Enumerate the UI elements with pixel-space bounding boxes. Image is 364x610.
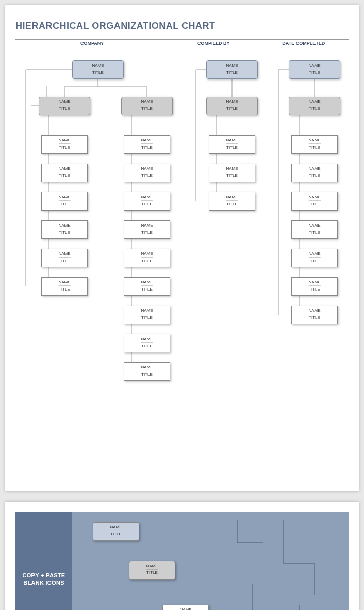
palette-leaf-node[interactable]: NAME––––––––TITLE xyxy=(162,605,209,610)
leaf-node[interactable]: NAME––––––––TITLE xyxy=(41,220,88,239)
top-node[interactable]: NAME––––––––TITLE xyxy=(72,60,124,79)
top-node[interactable]: NAME––––––––TITLE xyxy=(206,60,258,79)
chart-canvas: NAME––––––––TITLENAME––––––––TITLENAME––… xyxy=(15,58,349,471)
palette-panel: COPY + PASTE BLANK ICONS NAME––––––––TIT… xyxy=(15,512,349,610)
page-title: HIERARCHICAL ORGANIZATIONAL CHART xyxy=(15,21,349,31)
header-row: COMPANY COMPILED BY DATE COMPLETED xyxy=(15,39,349,47)
leaf-node[interactable]: NAME––––––––TITLE xyxy=(124,334,170,352)
top-node[interactable]: NAME––––––––TITLE xyxy=(289,60,340,79)
leaf-node[interactable]: NAME––––––––TITLE xyxy=(124,277,170,296)
palette-canvas: NAME––––––––TITLENAME––––––––TITLENAME––… xyxy=(72,512,349,610)
leaf-node[interactable]: NAME––––––––TITLE xyxy=(209,164,255,182)
leaf-node[interactable]: NAME––––––––TITLE xyxy=(124,306,170,324)
leaf-node[interactable]: NAME––––––––TITLE xyxy=(124,192,170,211)
header-company: COMPANY xyxy=(15,41,169,46)
palette-top-node[interactable]: NAME––––––––TITLE xyxy=(93,522,139,541)
leaf-node[interactable]: NAME––––––––TITLE xyxy=(124,249,170,267)
leaf-node[interactable]: NAME––––––––TITLE xyxy=(41,192,88,211)
leaf-node[interactable]: NAME––––––––TITLE xyxy=(124,362,170,381)
leaf-node[interactable]: NAME––––––––TITLE xyxy=(291,306,338,324)
header-date: DATE COMPLETED xyxy=(259,41,349,46)
leaf-node[interactable]: NAME––––––––TITLE xyxy=(124,135,170,154)
manager-node[interactable]: NAME––––––––TITLE xyxy=(289,97,340,115)
leaf-node[interactable]: NAME––––––––TITLE xyxy=(209,192,255,211)
palette-manager-node[interactable]: NAME––––––––TITLE xyxy=(129,561,175,580)
leaf-node[interactable]: NAME––––––––TITLE xyxy=(124,220,170,239)
leaf-node[interactable]: NAME––––––––TITLE xyxy=(291,164,338,182)
leaf-node[interactable]: NAME––––––––TITLE xyxy=(41,249,88,267)
leaf-node[interactable]: NAME––––––––TITLE xyxy=(291,135,338,154)
header-compiled: COMPILED BY xyxy=(169,41,258,46)
manager-node[interactable]: NAME––––––––TITLE xyxy=(206,97,258,115)
manager-node[interactable]: NAME––––––––TITLE xyxy=(121,97,173,115)
leaf-node[interactable]: NAME––––––––TITLE xyxy=(291,192,338,211)
leaf-node[interactable]: NAME––––––––TITLE xyxy=(291,249,338,267)
leaf-node[interactable]: NAME––––––––TITLE xyxy=(41,164,88,182)
leaf-node[interactable]: NAME––––––––TITLE xyxy=(291,220,338,239)
leaf-node[interactable]: NAME––––––––TITLE xyxy=(41,277,88,296)
org-chart-page: HIERARCHICAL ORGANIZATIONAL CHART COMPAN… xyxy=(5,5,359,491)
leaf-node[interactable]: NAME––––––––TITLE xyxy=(124,164,170,182)
leaf-node[interactable]: NAME––––––––TITLE xyxy=(291,277,338,296)
manager-node[interactable]: NAME––––––––TITLE xyxy=(39,97,90,115)
leaf-node[interactable]: NAME––––––––TITLE xyxy=(41,135,88,154)
palette-label: COPY + PASTE BLANK ICONS xyxy=(15,512,72,610)
leaf-node[interactable]: NAME––––––––TITLE xyxy=(209,135,255,154)
palette-page: COPY + PASTE BLANK ICONS NAME––––––––TIT… xyxy=(5,502,359,610)
